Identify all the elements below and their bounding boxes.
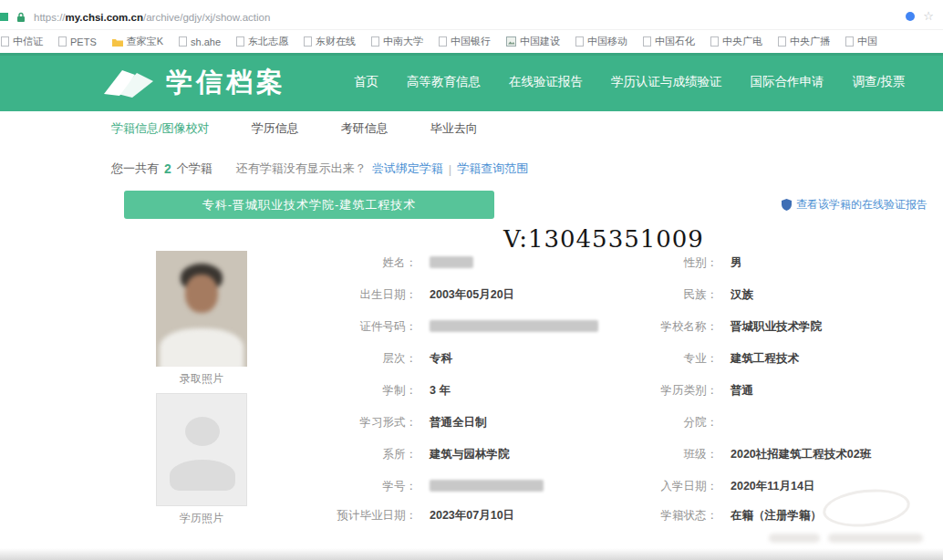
page-icon [575,36,584,47]
tab-kaoyan-info[interactable]: 考研信息 [341,120,389,137]
tab-graduation[interactable]: 毕业去向 [430,120,478,137]
degree-photo-caption: 学历照片 [156,511,247,526]
silhouette-body [170,460,235,491]
image-icon [506,36,516,47]
field-duration: 学制：3 年 [315,383,451,399]
field-student-no: 学号： [315,479,544,494]
chsi-logo-icon [102,66,155,100]
page-icon [304,36,312,47]
page-icon [643,36,651,47]
degree-photo-placeholder [156,393,247,506]
ssl-lock-icon[interactable] [16,12,26,23]
bookmark-item[interactable]: 中国石化 [643,35,695,48]
page-icon [179,36,187,47]
page-icon [845,36,854,47]
page-icon [710,36,719,47]
page-bottom-edge [0,548,943,560]
url-domain: my.chsi.com.cn [66,12,143,23]
site-logo-text: 学信档案 [166,65,286,101]
admission-photo [156,251,247,367]
bookmark-item[interactable]: 中国移动 [575,35,627,48]
view-report-link[interactable]: 查看该学籍的在线验证报告 [782,197,927,213]
field-enrollment-date: 入学日期：2020年11月14日 [616,479,814,494]
tab-xueli-info[interactable]: 学历信息 [252,120,299,137]
page-icon [236,36,244,47]
redacted-student-no-value [430,480,544,492]
faint-oval-stamp [821,485,912,531]
site-header: 学信档案 首页 高等教育信息 在线验证报告 学历认证与成绩验证 国际合作申请 调… [0,53,943,111]
sub-nav: 学籍信息/图像校对 学历信息 考研信息 毕业去向 [0,111,943,146]
folder-icon [112,37,123,47]
bookmark-item[interactable]: 中南大学 [371,35,423,48]
faint-watermark-fragment [828,534,923,543]
field-branch: 分院： [616,415,731,430]
link-separator: | [449,162,451,176]
bookmark-folder-item[interactable]: 查家宝K [112,35,163,48]
extension-icon[interactable] [906,12,915,21]
bookmark-item[interactable]: 东财在线 [304,35,356,48]
page-icon [778,36,786,47]
address-bar[interactable]: https://my.chsi.com.cn/archive/gdjy/xj/s… [0,5,943,30]
admission-photo-caption: 录取照片 [156,371,247,387]
field-expected-graduation: 预计毕业日期：2023年07月10日 [315,508,514,524]
redacted-id-value [430,320,598,332]
nav-item-intl-coop[interactable]: 国际合作申请 [751,74,824,90]
nav-item-higher-edu[interactable]: 高等教育信息 [407,74,481,90]
bookmark-item[interactable]: 中央广播 [778,35,830,48]
bookmark-item[interactable]: 中国银行 [439,35,491,48]
page: https://my.chsi.com.cn/archive/gdjy/xj/s… [0,0,943,560]
silhouette-head [185,417,220,446]
query-range-link[interactable]: 学籍查询范围 [457,161,528,177]
bookmark-item[interactable]: PETS [58,36,97,47]
page-icon [58,36,67,47]
page-icon [439,36,447,47]
favicon-fragment [0,13,8,21]
site-logo[interactable]: 学信档案 [102,65,286,101]
field-id-number: 证件号码： [315,319,598,335]
field-class: 班级：2020社招建筑工程技术02班 [616,447,871,462]
url-path: /archive/gdjy/xj/show.action [143,12,270,23]
xueji-count: 2 [164,161,171,176]
nav-item-survey[interactable]: 调查/投票 [853,74,906,90]
tab-xueji-info[interactable]: 学籍信息/图像校对 [111,120,210,137]
shield-icon [782,199,792,211]
field-xueji-status: 学籍状态：在籍（注册学籍） [616,508,822,524]
url-scheme: https:// [34,12,66,23]
bookmark-item[interactable]: 东北志愿 [236,35,288,48]
bookmark-item[interactable]: sh.ahe [179,36,221,47]
field-name: 姓名： [315,255,473,271]
bookmark-item[interactable]: 中央广电 [710,35,762,48]
bookmark-item[interactable]: 中国 [845,35,877,48]
admission-photo-blur [156,251,247,367]
redacted-name-value [430,256,473,268]
nav-item-verification[interactable]: 学历认证与成绩验证 [611,74,722,90]
bookmark-star-icon[interactable]: ☆ [923,10,934,22]
field-major: 专业：建筑工程技术 [616,351,799,367]
nav-item-home[interactable]: 首页 [354,74,378,90]
bookmark-image-item[interactable]: 中国建设 [506,35,560,48]
field-birthdate: 出生日期：2003年05月20日 [315,287,514,303]
field-ethnicity: 民族：汉族 [616,287,753,303]
count-suffix: 个学籍 [177,161,212,177]
xueji-record-tab[interactable]: 专科-晋城职业技术学院-建筑工程技术 [124,191,494,219]
bookmark-item[interactable]: 中信证 [1,35,43,48]
field-study-form: 学习形式：普通全日制 [315,415,487,430]
field-edu-category: 学历类别：普通 [616,383,753,399]
field-school-name: 学校名称：晋城职业技术学院 [616,319,822,335]
nav-item-online-report[interactable]: 在线验证报告 [509,74,583,90]
missing-question: 还有学籍没有显示出来？ [236,161,367,177]
count-prefix: 您一共有 [111,161,159,177]
contact-watermark: V:13045351009 [503,225,704,253]
field-gender: 性别：男 [616,255,742,271]
field-department: 系所：建筑与园林学院 [315,447,510,462]
xueji-count-row: 您一共有 2 个学籍 还有学籍没有显示出来？ 尝试绑定学籍 | 学籍查询范围 [111,161,528,177]
view-report-label: 查看该学籍的在线验证报告 [796,197,927,213]
main-nav: 首页 高等教育信息 在线验证报告 学历认证与成绩验证 国际合作申请 调查/投票 [354,53,905,111]
bind-xueji-link[interactable]: 尝试绑定学籍 [372,161,443,177]
field-level: 层次：专科 [315,351,452,367]
page-icon [1,36,9,47]
faint-watermark-fragment [769,534,820,543]
url-text[interactable]: https://my.chsi.com.cn/archive/gdjy/xj/s… [34,12,270,23]
page-icon [371,36,379,47]
bookmarks-bar: 中信证 PETS 查家宝K sh.ahe 东北志愿 东财在线 中南大学 中国银行… [0,30,943,54]
